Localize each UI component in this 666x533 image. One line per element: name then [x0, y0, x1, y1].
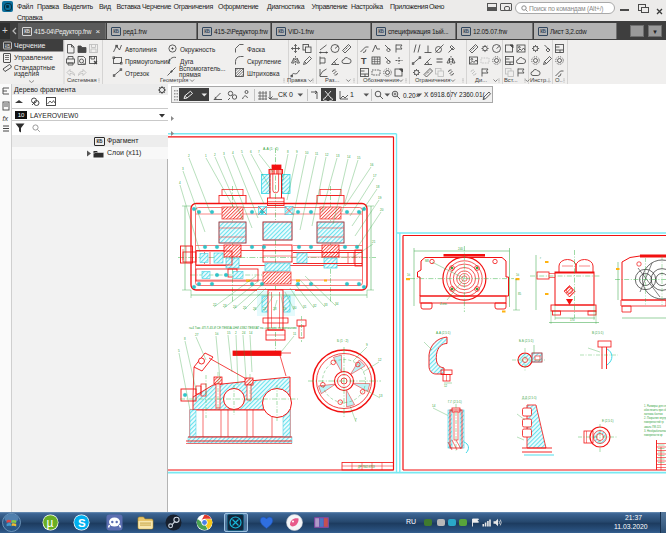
svg-text:изделия: изделия	[14, 70, 39, 78]
svg-text:г: г	[540, 256, 541, 260]
svg-text:Правка: Правка	[287, 77, 307, 83]
svg-text:№4 Там. 4П.Л-43-И СЕ ПЕВЗА-ЧНИ: №4 Там. 4П.Л-43-И СЕ ПЕВЗА-ЧНИ 43В2 ПЕВХ…	[189, 326, 297, 330]
svg-text:µ: µ	[47, 516, 54, 530]
svg-text:24: 24	[242, 331, 246, 335]
svg-text:27: 27	[263, 307, 267, 311]
svg-text:М8: М8	[425, 259, 429, 263]
svg-text:26: 26	[253, 307, 257, 311]
svg-text:Д-Д (2,5:1): Д-Д (2,5:1)	[522, 396, 537, 400]
svg-text:1б: 1б	[215, 332, 219, 336]
svg-text:23: 23	[223, 304, 227, 308]
svg-text:31: 31	[303, 305, 307, 309]
svg-text:КБ: КБ	[5, 44, 11, 49]
svg-text:14: 14	[249, 331, 253, 335]
svg-text:1б: 1б	[407, 273, 411, 277]
svg-text:затяжка болтов: затяжка болтов	[644, 412, 663, 416]
svg-text:240: 240	[458, 247, 463, 251]
svg-text:3. Необработанны: 3. Необработанны	[644, 429, 666, 433]
svg-text:15: 15	[357, 156, 361, 160]
svg-text:85: 85	[518, 292, 522, 296]
svg-text:А-А (2,5:1): А-А (2,5:1)	[436, 331, 451, 335]
svg-text:Инстр...: Инстр...	[530, 77, 551, 83]
svg-text:Управление: Управление	[14, 54, 53, 62]
svg-text:18: 18	[376, 185, 380, 189]
svg-text:В (2,5:1): В (2,5:1)	[592, 331, 604, 335]
svg-text:15: 15	[227, 331, 231, 335]
svg-text:24: 24	[233, 305, 237, 309]
svg-text:Е (2,5:1): Е (2,5:1)	[602, 419, 614, 423]
svg-text:Отрезок: Отрезок	[125, 70, 149, 78]
svg-text:поверхности кр: поверхности кр	[644, 434, 663, 437]
svg-text:170: 170	[570, 318, 575, 322]
svg-text:11: 11	[293, 332, 296, 336]
svg-text:19: 19	[378, 196, 382, 200]
svg-text:16: 16	[370, 163, 374, 167]
svg-text:Системная: Системная	[67, 77, 97, 83]
svg-text:Черчение: Черчение	[14, 42, 46, 50]
svg-text:25: 25	[243, 306, 247, 310]
svg-text:13: 13	[379, 394, 383, 398]
svg-text:Автолиния: Автолиния	[125, 46, 157, 53]
svg-text:Б (1 : 2): Б (1 : 2)	[337, 339, 348, 343]
svg-text:Обозначения: Обозначения	[363, 77, 399, 83]
svg-text:Б-Б (2,5:1): Б-Б (2,5:1)	[519, 339, 533, 343]
svg-text:28: 28	[273, 307, 277, 311]
svg-text:поверхностей гр: поверхностей гр	[644, 420, 664, 424]
svg-text:32: 32	[313, 304, 317, 308]
svg-text:4 отв.: 4 отв.	[440, 302, 448, 306]
svg-text:Г-Г (2,5:1): Г-Г (2,5:1)	[448, 400, 462, 404]
svg-text:Скругление: Скругление	[247, 58, 282, 66]
svg-text:Штриховка: Штриховка	[247, 70, 280, 78]
svg-text:12: 12	[325, 153, 329, 157]
svg-text:Геометрия: Геометрия	[160, 77, 188, 83]
svg-text:Вст...: Вст...	[504, 77, 518, 83]
svg-text:13: 13	[336, 154, 340, 158]
svg-text:20: 20	[380, 208, 384, 212]
svg-text:12: 12	[378, 358, 382, 362]
svg-text:fx: fx	[3, 115, 9, 122]
svg-text:17: 17	[373, 174, 377, 178]
svg-text:2. Покрытие внутр: 2. Покрытие внутр	[644, 416, 666, 420]
svg-text:29: 29	[283, 307, 287, 311]
svg-text:33: 33	[324, 303, 328, 307]
svg-text:22: 22	[213, 303, 217, 307]
svg-text:1б: 1б	[516, 273, 520, 277]
svg-text:S: S	[78, 517, 86, 529]
svg-text:А-А (1 : 1): А-А (1 : 1)	[263, 147, 278, 151]
svg-text:T: T	[361, 56, 367, 66]
svg-text:Ограничения: Ограничения	[415, 77, 450, 83]
svg-text:1. Размеры для спр: 1. Размеры для спр	[644, 404, 666, 408]
svg-text:14: 14	[347, 155, 351, 159]
svg-text:эмаль ПФ-115: эмаль ПФ-115	[644, 425, 662, 429]
svg-text:27: 27	[195, 333, 199, 337]
svg-text:14: 14	[432, 404, 436, 408]
svg-text:11: 11	[315, 152, 318, 156]
svg-text:21: 21	[372, 240, 376, 244]
svg-text:12: 12	[444, 384, 448, 388]
svg-text:обеспечить при сбор: обеспечить при сбор	[644, 408, 666, 412]
svg-text:ДР 7842.КЛ13: ДР 7842.КЛ13	[358, 465, 375, 469]
svg-text:Фаска: Фаска	[247, 46, 266, 53]
svg-text:Окружность: Окружность	[180, 46, 216, 54]
svg-text:30: 30	[293, 306, 297, 310]
svg-text:Раз...: Раз...	[325, 77, 340, 83]
svg-text:Прямоугольник: Прямоугольник	[125, 58, 170, 66]
svg-text:10: 10	[305, 151, 309, 155]
svg-text:34: 34	[335, 302, 339, 306]
svg-text:Ди...: Ди...	[475, 77, 487, 83]
svg-text:О..: О..	[555, 77, 563, 83]
